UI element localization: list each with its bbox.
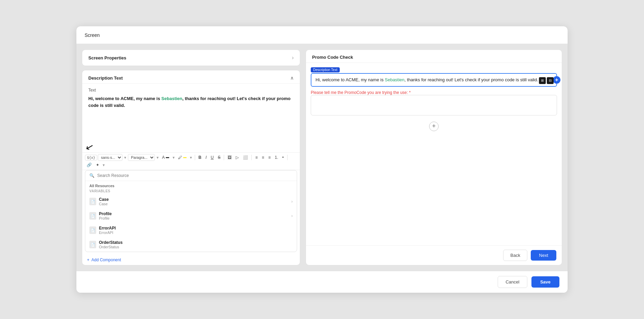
description-text-title: Description Text xyxy=(88,75,123,81)
font-family-select[interactable]: sans-s... xyxy=(98,154,122,161)
screen-title: Screen xyxy=(85,32,100,38)
desc-box-icon-btn-2[interactable]: ⊟ xyxy=(547,77,554,84)
resource-item-orderstatus[interactable]: 📄 OrderStatus OrderStatus xyxy=(85,237,297,252)
resource-item-errorapi-sub: ErrorAPI xyxy=(99,231,116,235)
promo-card: Promo Code Check Description Text Hi, we… xyxy=(306,50,562,265)
save-button[interactable]: Save xyxy=(531,276,559,288)
arrow-icon: ↙ xyxy=(85,141,94,153)
highlight-color-button[interactable]: 🖊 xyxy=(176,154,188,161)
text-label: Text xyxy=(88,88,294,93)
plus-circle-button[interactable]: + xyxy=(553,76,560,84)
resource-file-icon-orderstatus: 📄 xyxy=(89,241,96,248)
plus-add-row: + xyxy=(311,119,557,134)
underline-button[interactable]: U xyxy=(209,154,216,161)
variables-label: VARIABLES xyxy=(85,189,297,194)
promo-desc-normal2: , thanks for reaching out! Let's check i… xyxy=(405,77,538,82)
bold-button[interactable]: B xyxy=(197,154,203,161)
table-button[interactable]: ⬜ xyxy=(241,154,250,161)
plus-add-button[interactable]: + xyxy=(429,122,439,131)
strikethrough-button[interactable]: S xyxy=(216,154,222,161)
resource-item-case-chevron: › xyxy=(291,199,293,204)
desc-text-box[interactable]: Hi, welcome to ACME, my name is Sebastie… xyxy=(311,73,557,87)
resource-item-orderstatus-sub: OrderStatus xyxy=(99,245,122,249)
next-button[interactable]: Next xyxy=(531,250,556,261)
resource-file-icon-errorapi: 📄 xyxy=(89,226,96,234)
desc-box-icons: ⊞ ⊟ xyxy=(539,77,554,84)
cancel-button[interactable]: Cancel xyxy=(498,276,527,288)
resource-item-profile-name: Profile xyxy=(99,211,112,216)
required-star: * xyxy=(409,90,411,95)
footer-bar: Cancel Save xyxy=(76,271,568,293)
resource-item-profile-sub: Profile xyxy=(99,216,112,220)
toolbar-separator-2 xyxy=(224,155,224,160)
resource-item-errorapi-name: ErrorAPI xyxy=(99,226,116,231)
promo-card-body: Description Text Hi, welcome to ACME, my… xyxy=(306,63,562,245)
resource-file-icon-profile: 📄 xyxy=(89,212,96,220)
description-text-body: Text Hi, welcome to ACME, my name is Seb… xyxy=(82,84,300,142)
image-button[interactable]: 🖼 xyxy=(226,154,233,161)
toolbar-separator-1 xyxy=(195,155,195,160)
screen-properties-title: Screen Properties xyxy=(88,55,126,60)
resource-item-profile-chevron: › xyxy=(291,213,293,218)
desc-body-normal1: Hi, welcome to ACME, my name is xyxy=(88,96,161,101)
paragraph-style-select[interactable]: Paragra... xyxy=(128,154,155,161)
resource-search-bar: 🔍 xyxy=(85,170,297,181)
screen-properties-card[interactable]: Screen Properties › xyxy=(82,50,300,66)
back-button[interactable]: Back xyxy=(503,250,527,261)
right-panel: Promo Code Check Description Text Hi, we… xyxy=(306,50,562,265)
promo-field-input[interactable] xyxy=(311,95,557,115)
promo-card-header: Promo Code Check xyxy=(306,50,562,63)
desc-tooltip-wrap: Description Text Hi, welcome to ACME, my… xyxy=(311,67,557,87)
description-text-card: Description Text ∧ Text Hi, welcome to A… xyxy=(82,70,300,265)
all-resources-label: All Resources xyxy=(85,181,297,189)
toolbar-separator-4 xyxy=(287,155,288,160)
promo-card-title: Promo Code Check xyxy=(312,55,353,60)
resource-dropdown: 🔍 All Resources VARIABLES 📄 Case Case xyxy=(85,170,297,252)
editor-toolbar: ${x} sans-s... ▼ Paragra... ▼ A ▼ 🖊 ▼ B xyxy=(82,152,300,170)
align-center-button[interactable]: ≡ xyxy=(260,154,266,161)
desc-tooltip-label: Description Text xyxy=(311,67,340,72)
search-icon: 🔍 xyxy=(89,173,94,178)
more-button[interactable]: ✦ xyxy=(94,162,101,168)
unordered-list-button[interactable]: • xyxy=(281,154,286,161)
promo-desc-highlight: Sebastien xyxy=(385,77,405,82)
collapse-icon[interactable]: ∧ xyxy=(290,75,294,81)
toolbar-separator-3 xyxy=(251,155,252,160)
desc-box-icon-btn-1[interactable]: ⊞ xyxy=(539,77,546,84)
align-right-button[interactable]: ≡ xyxy=(266,154,272,161)
desc-body-highlight: Sebastien xyxy=(161,96,182,101)
ordered-list-button[interactable]: 1. xyxy=(273,154,280,161)
left-panel: Screen Properties › Description Text ∧ T… xyxy=(82,50,300,265)
resource-item-orderstatus-name: OrderStatus xyxy=(99,240,122,245)
text-color-button[interactable]: A xyxy=(160,154,171,161)
arrow-area: ↙ xyxy=(82,142,300,152)
video-button[interactable]: ▷ xyxy=(234,154,240,161)
align-left-button[interactable]: ≡ xyxy=(253,154,259,161)
screen-properties-chevron-icon: › xyxy=(292,55,294,61)
add-component-plus-icon: + xyxy=(87,258,89,262)
description-text-content: Hi, welcome to ACME, my name is Sebastie… xyxy=(88,95,294,109)
resource-item-errorapi[interactable]: 📄 ErrorAPI ErrorAPI xyxy=(85,223,297,237)
promo-field-wrap: Please tell me the PromoCode you are try… xyxy=(311,90,557,115)
link-button[interactable]: 🔗 xyxy=(85,162,93,168)
resource-item-case[interactable]: 📄 Case Case › xyxy=(85,194,297,209)
promo-nav: Back Next xyxy=(306,245,562,265)
resource-item-profile[interactable]: 📄 Profile Profile › xyxy=(85,209,297,223)
resource-item-case-sub: Case xyxy=(99,202,109,206)
description-text-header: Description Text ∧ xyxy=(82,70,300,84)
add-component-bar[interactable]: + Add Component xyxy=(82,255,300,265)
variable-button[interactable]: ${x} xyxy=(85,155,97,161)
resource-item-case-name: Case xyxy=(99,197,109,202)
add-component-label: Add Component xyxy=(91,258,121,262)
promo-field-label: Please tell me the PromoCode you are try… xyxy=(311,90,557,95)
resource-search-input[interactable] xyxy=(97,173,293,178)
italic-button[interactable]: I xyxy=(204,154,208,161)
resource-file-icon-case: 📄 xyxy=(89,198,96,205)
promo-desc-normal1: Hi, welcome to ACME, my name is xyxy=(316,77,385,82)
